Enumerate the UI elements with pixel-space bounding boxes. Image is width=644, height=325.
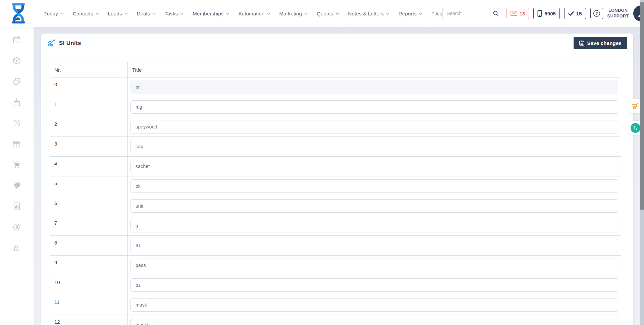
- table-row: 5: [50, 176, 621, 196]
- sidebar-item-lock[interactable]: [11, 243, 22, 252]
- table-row: 7: [50, 216, 621, 236]
- table-row: 11: [50, 295, 621, 315]
- topbar-right-cluster: 13 5905 15 ? LONDON SUPPORT: [442, 5, 644, 21]
- chevron-down-icon: [180, 13, 183, 15]
- sidebar-item-duplicates[interactable]: [11, 77, 22, 86]
- user-name-line2: SUPPORT: [607, 13, 629, 19]
- search-icon: [493, 10, 499, 16]
- unit-title-input[interactable]: [130, 298, 618, 312]
- phone-icon: [633, 125, 638, 130]
- table-header-row: Nr. Title: [50, 62, 621, 77]
- table-row: 8: [50, 236, 621, 256]
- svg-text:12: 12: [15, 39, 18, 43]
- nav-label: Tasks: [165, 11, 178, 16]
- nav-item-reports[interactable]: Reports: [398, 11, 422, 16]
- nav-item-contacts[interactable]: Contacts: [73, 11, 99, 16]
- row-number: 9: [50, 256, 128, 275]
- tasks-done-count: 15: [576, 11, 582, 16]
- nav-item-files[interactable]: Files: [431, 11, 442, 16]
- nav-item-notes-letters[interactable]: Notes & Letters: [348, 11, 389, 16]
- sidebar-item-gifts[interactable]: [11, 140, 22, 148]
- mobile-phone-icon: [537, 10, 542, 17]
- search-input[interactable]: [443, 8, 490, 19]
- vertical-scrollbar-track: [640, 0, 644, 325]
- mail-notifications-badge[interactable]: 13: [506, 8, 529, 19]
- sidebar-item-account-security[interactable]: [11, 223, 22, 231]
- unit-title-input[interactable]: [130, 278, 618, 292]
- save-floppy-icon: [579, 41, 584, 46]
- unit-title-input[interactable]: [130, 239, 618, 252]
- chevron-down-icon: [304, 13, 308, 15]
- chevron-down-icon: [419, 13, 422, 15]
- gift-icon: [12, 140, 21, 148]
- nav-item-today[interactable]: Today: [44, 11, 64, 16]
- unit-title-input[interactable]: [130, 120, 618, 133]
- help-button[interactable]: ?: [590, 8, 603, 19]
- chevron-down-icon: [267, 13, 270, 15]
- icon-sidebar: 12 $: [0, 27, 34, 325]
- row-number: 12: [50, 315, 128, 325]
- calls-badge[interactable]: 5905: [533, 8, 559, 19]
- package-cube-icon: [12, 56, 21, 65]
- global-search: [442, 8, 502, 19]
- nav-item-memberships[interactable]: Memberships: [193, 11, 229, 16]
- search-button[interactable]: [490, 8, 502, 19]
- chevron-down-icon: [152, 13, 156, 15]
- vertical-scrollbar-thumb[interactable]: [640, 2, 644, 210]
- svg-text:?: ?: [595, 11, 598, 15]
- nav-item-deals[interactable]: Deals: [137, 11, 156, 16]
- table-row: 12: [50, 315, 621, 325]
- chevron-down-icon: [386, 13, 389, 15]
- unit-title-input[interactable]: [130, 140, 618, 153]
- sidebar-item-orders-in[interactable]: [11, 98, 22, 107]
- nav-label: Memberships: [193, 11, 223, 16]
- unit-title-input[interactable]: [130, 199, 618, 213]
- unit-title-input[interactable]: [130, 259, 618, 272]
- unit-title-input[interactable]: [130, 219, 618, 232]
- page-title: SI Units: [59, 40, 81, 47]
- nav-label: Notes & Letters: [348, 11, 384, 16]
- shopping-cart-icon: [12, 160, 21, 169]
- table-row: 1: [50, 97, 621, 117]
- table-row: 9: [50, 256, 621, 275]
- nav-item-leads[interactable]: Leads: [108, 11, 128, 16]
- unit-title-input[interactable]: [130, 100, 618, 114]
- chevron-down-icon: [124, 13, 128, 15]
- sidebar-item-history[interactable]: [11, 119, 22, 127]
- chevron-down-icon: [336, 13, 339, 15]
- si-units-card: SI Units Save changes Nr. Title 0 1 2: [41, 34, 633, 325]
- table-row: 2: [50, 117, 621, 137]
- tasks-done-badge[interactable]: 15: [564, 8, 586, 19]
- table-row: 0: [50, 77, 621, 97]
- sidebar-item-cart[interactable]: [11, 160, 22, 169]
- sidebar-item-products[interactable]: [11, 56, 22, 65]
- main-nav: Today Contacts Leads Deals Tasks Members…: [44, 11, 442, 16]
- nav-item-marketing[interactable]: Marketing: [279, 11, 308, 16]
- sidebar-item-calendar[interactable]: 12: [11, 36, 22, 44]
- nav-label: Automation: [238, 11, 265, 16]
- calendar-icon: 12: [12, 36, 21, 44]
- nav-item-tasks[interactable]: Tasks: [165, 11, 183, 16]
- row-number: 5: [50, 176, 128, 196]
- unit-title-input[interactable]: [130, 80, 618, 94]
- unit-title-input[interactable]: [130, 179, 618, 193]
- bag-download-icon: [12, 98, 21, 107]
- unit-title-input[interactable]: [130, 318, 618, 325]
- sidebar-item-reports-doc[interactable]: [11, 202, 22, 211]
- cart-icon: [631, 102, 639, 110]
- nav-label: Contacts: [73, 11, 93, 16]
- card-header: SI Units Save changes: [41, 34, 633, 53]
- nav-item-quotes[interactable]: Quotes: [317, 11, 339, 16]
- nav-label: Today: [44, 11, 58, 16]
- sidebar-item-pricing[interactable]: $: [11, 181, 22, 190]
- unit-title-input[interactable]: [130, 160, 618, 173]
- save-changes-button[interactable]: Save changes: [574, 37, 627, 49]
- nav-item-automation[interactable]: Automation: [238, 11, 270, 16]
- table-row: 4: [50, 157, 621, 176]
- app-logo[interactable]: [9, 3, 28, 24]
- nav-label: Leads: [108, 11, 122, 16]
- chevron-down-icon: [96, 13, 99, 15]
- row-number: 10: [50, 275, 128, 295]
- table-row: 10: [50, 275, 621, 295]
- column-header-nr: Nr.: [50, 62, 128, 77]
